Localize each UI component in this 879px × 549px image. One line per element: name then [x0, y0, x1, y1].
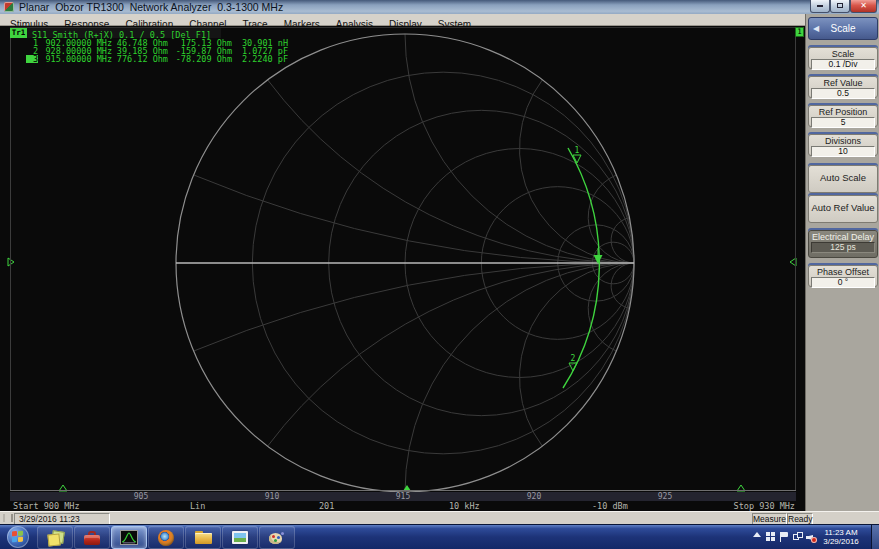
minimize-button[interactable]: [810, 0, 830, 13]
screen: Planar Obzor TR1300 Network Analyzer 0.3…: [0, 0, 879, 549]
photo-viewer-icon: [232, 531, 248, 544]
frequency-tick-label: 905: [134, 492, 148, 501]
ref-value-button[interactable]: Ref Value0.5: [808, 76, 878, 98]
marker-2-label: 2: [571, 354, 576, 363]
taskbar-app-explorer[interactable]: [185, 526, 221, 549]
marker-equiv: 2.2240 pF: [238, 55, 296, 63]
scale-button[interactable]: Scale0.1 /Div: [808, 47, 878, 69]
show-desktop-button[interactable]: [871, 525, 879, 549]
softkey-label: Auto Ref Value: [811, 203, 874, 213]
softkey-panel: ◀ Scale Scale0.1 /DivRef Value0.5Ref Pos…: [805, 14, 879, 524]
stop-frequency-label: Stop 930 MHz: [734, 502, 795, 511]
auto-scale-button[interactable]: Auto Scale: [808, 165, 878, 193]
plot-area: 12 Tr1S11 Smith (R+jX) 0.1 / 0.5 [Del F1…: [0, 26, 805, 511]
grip-icon: [3, 514, 13, 522]
volume-muted-icon[interactable]: [806, 532, 816, 542]
back-arrow-icon: ◀: [813, 18, 819, 39]
plot-frame-bottom: [10, 490, 796, 491]
maximize-button[interactable]: [830, 0, 850, 13]
taskbar-app-photo-viewer[interactable]: [222, 526, 258, 549]
phase-offset-button[interactable]: Phase Offset0 °: [808, 265, 878, 287]
start-frequency-label: Start 900 MHz: [13, 502, 80, 511]
softkey-panel-title: Scale: [830, 23, 855, 34]
trace-status-bar[interactable]: Tr1S11 Smith (R+jX) 0.1 / 0.5 [Del F1]: [10, 28, 221, 38]
softkey-value: 10: [811, 146, 875, 157]
softkey-value: 0.1 /Div: [811, 59, 875, 70]
sticky-notes-icon: [48, 531, 63, 545]
taskbar-app-toolbox[interactable]: [74, 526, 110, 549]
softkey-label: Electrical Delay: [811, 232, 875, 242]
reactance-arc: [520, 263, 634, 446]
softkey-label: Ref Value: [811, 78, 875, 88]
softkey-label: Scale: [811, 49, 875, 59]
softkey-label: Auto Scale: [820, 173, 866, 183]
softkey-value: 125 ps: [811, 242, 875, 253]
status-bar: 3/29/2016 11:23 Measure Ready: [0, 511, 879, 524]
explorer-icon: [195, 531, 212, 544]
marker-1-label: 1: [575, 146, 580, 155]
marker-num: 3: [26, 55, 38, 63]
channel-indicator: 1: [795, 27, 804, 37]
softkey-label: Divisions: [811, 136, 875, 146]
softkey-value: 5: [811, 117, 875, 128]
softkey-value: 0 °: [811, 277, 875, 288]
softkey-value: 0.5: [811, 88, 875, 99]
marker-readout-row: 3915.00000 MHz776.12 Ohm-78.209 Ohm2.224…: [26, 55, 296, 63]
firefox-icon: [158, 530, 174, 546]
ref-position-button[interactable]: Ref Position5: [808, 105, 878, 127]
plot-frame-left: [10, 28, 11, 490]
flag-icon[interactable]: [780, 532, 790, 542]
frequency-tick-label: 920: [527, 492, 541, 501]
close-icon: ✕: [860, 1, 867, 10]
taskbar-app-network-analyzer[interactable]: [111, 526, 147, 549]
electrical-delay-button[interactable]: Electrical Delay125 ps: [808, 230, 878, 258]
points-label: 201: [319, 502, 334, 511]
softkey-label: Phase Offset: [811, 267, 875, 277]
toolbox-icon: [84, 531, 100, 545]
windows-icon[interactable]: [766, 532, 775, 541]
taskbar-app-firefox[interactable]: [148, 526, 184, 549]
scale-menu-header[interactable]: ◀ Scale: [808, 17, 878, 40]
plot-frame-right: [795, 28, 796, 490]
marker-freq: 915.00000 MHz: [42, 55, 112, 63]
marker-res: 776.12 Ohm: [116, 55, 168, 63]
if-bandwidth-label: 10 kHz: [449, 502, 480, 511]
auto-ref-value-button[interactable]: Auto Ref Value: [808, 195, 878, 223]
clock-time: 11:23 AM: [816, 528, 866, 537]
sweep-type-label: Lin: [190, 502, 205, 511]
window-title: Planar Obzor TR1300 Network Analyzer 0.3…: [19, 1, 283, 13]
frequency-tick-label: 915: [396, 492, 410, 501]
paint-icon: [269, 531, 285, 545]
taskbar-app-sticky-notes[interactable]: [37, 526, 73, 549]
taskbar: 11:23 AM 3/29/2016: [0, 524, 879, 549]
frequency-tick-label: 910: [265, 492, 279, 501]
app-icon: [4, 2, 14, 12]
reactance-arc: [520, 80, 634, 263]
smith-chart: 12: [0, 26, 805, 511]
maximize-icon: [837, 3, 843, 8]
network-icon[interactable]: [793, 532, 803, 541]
start-button[interactable]: [7, 526, 29, 548]
power-label: -10 dBm: [592, 502, 628, 511]
hidden-icons-arrow-icon[interactable]: [753, 532, 761, 537]
divisions-button[interactable]: Divisions10: [808, 134, 878, 156]
windows-logo-icon: [12, 531, 23, 543]
trace-label-badge[interactable]: Tr1: [10, 28, 27, 38]
taskbar-app-paint[interactable]: [259, 526, 295, 549]
menu-bar: StimulusResponseCalibrationChannelTraceM…: [0, 14, 805, 26]
frequency-ruler[interactable]: 905910915920925: [10, 492, 796, 501]
marker-react: -78.209 Ohm: [172, 55, 232, 63]
frequency-tick-label: 925: [658, 492, 672, 501]
minimize-icon: [817, 5, 823, 7]
title-bar: Planar Obzor TR1300 Network Analyzer 0.3…: [0, 0, 879, 14]
clock-date: 3/29/2016: [816, 537, 866, 546]
sweep-status-line: Start 900 MHz Lin 201 10 kHz -10 dBm Sto…: [0, 502, 805, 511]
softkey-label: Ref Position: [811, 107, 875, 117]
taskbar-clock[interactable]: 11:23 AM 3/29/2016: [816, 528, 866, 546]
close-button[interactable]: ✕: [850, 0, 877, 13]
marker-readout-table: 1902.00000 MHz46.748 Ohm175.13 Ohm30.901…: [26, 39, 296, 63]
network-analyzer-icon: [120, 530, 138, 545]
ref-position-arrow-left: [8, 258, 14, 266]
